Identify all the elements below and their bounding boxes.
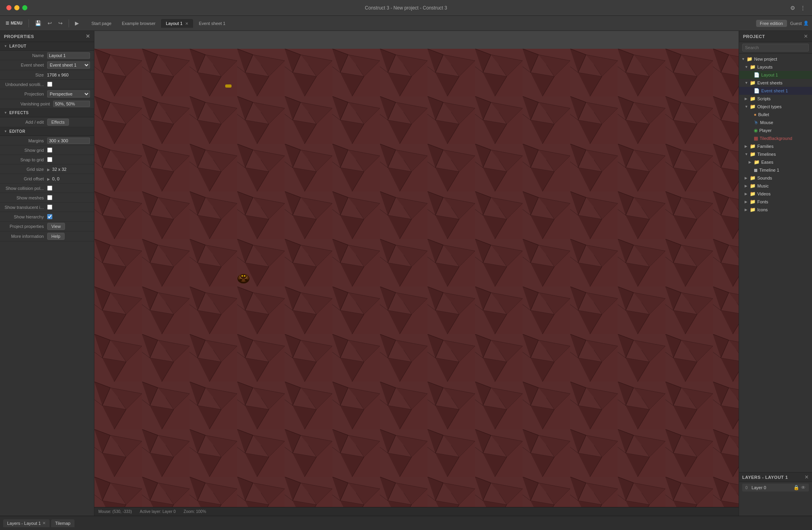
layers-content: 0 Layer 0 🔒 👁 — [739, 482, 812, 493]
folder-icon: 📁 — [750, 96, 756, 101]
vanishing-input[interactable] — [53, 101, 90, 107]
snap-to-grid-checkbox[interactable] — [47, 157, 52, 162]
tab-start-page[interactable]: Start page — [86, 19, 116, 28]
layer-visibility-icon[interactable]: 👁 — [801, 485, 806, 490]
tree-label: Fonts — [757, 199, 768, 204]
tree-item-event-sheet-1[interactable]: 📄 Event sheet 1 — [739, 87, 812, 95]
show-translucent-checkbox[interactable] — [47, 205, 52, 210]
tab-example-browser[interactable]: Example browser — [117, 19, 160, 28]
tree-item-videos[interactable]: ▶ 📁 Videos — [739, 190, 812, 198]
margins-input[interactable] — [47, 138, 90, 144]
show-collision-checkbox[interactable] — [47, 186, 52, 191]
project-close-button[interactable]: ✕ — [804, 33, 808, 39]
properties-close-button[interactable]: ✕ — [86, 33, 90, 39]
main-area: PROPERTIES ✕ ▼ LAYOUT Name Event sheet E… — [0, 31, 812, 516]
tab-layout-1[interactable]: Layout 1 ✕ — [161, 19, 193, 28]
prop-more-info: More information Help — [0, 232, 94, 241]
tree-arrow: ▼ — [745, 65, 749, 69]
guest-label: Guest — [790, 21, 802, 26]
tree-item-event-sheets[interactable]: ▼ 📁 Event sheets — [739, 79, 812, 87]
tree-arrow: ▶ — [745, 184, 749, 188]
tree-item-layouts[interactable]: ▼ 📁 Layouts — [739, 63, 812, 71]
tree-item-layout-1[interactable]: 📄 Layout 1 — [739, 71, 812, 79]
layer-name: Layer 0 — [752, 485, 766, 490]
tree-item-eases[interactable]: ▶ 📁 Eases — [739, 158, 812, 166]
traffic-light-yellow[interactable] — [14, 5, 19, 10]
traffic-light-green[interactable] — [22, 5, 27, 10]
save-button[interactable]: 💾 — [33, 19, 43, 27]
tree-item-new-project[interactable]: ▼ 📁 New project — [739, 55, 812, 63]
layer-row[interactable]: 0 Layer 0 🔒 👁 — [742, 484, 809, 492]
show-translucent-value — [47, 205, 90, 210]
help-button[interactable]: Help — [47, 233, 65, 240]
tree-item-timeline-1[interactable]: ◼ Timeline 1 — [739, 166, 812, 174]
project-tree: ▼ 📁 New project ▼ 📁 Layouts 📄 Layout 1 — [739, 54, 812, 472]
tree-item-mouse[interactable]: 🖱 Mouse — [739, 119, 812, 126]
tree-item-tiledbg[interactable]: ▦ TiledBackground — [739, 134, 812, 142]
bottom-tabs: Layers - Layout 1 ✕ Tilemap — [0, 516, 812, 530]
project-search-input[interactable] — [742, 44, 809, 52]
layer-icons: 🔒 👁 — [793, 485, 806, 490]
prop-effects: Add / edit Effects — [0, 117, 94, 127]
settings-icon[interactable]: ⚙ — [790, 5, 795, 11]
layout-viewport[interactable] — [94, 49, 739, 508]
unbounded-checkbox[interactable] — [47, 82, 52, 87]
tree-label: Scripts — [757, 96, 771, 101]
menu-button[interactable]: ☰ MENU — [3, 19, 25, 27]
show-hierarchy-value — [47, 214, 90, 219]
tree-item-bullet[interactable]: ● Bullet — [739, 111, 812, 119]
show-hierarchy-checkbox[interactable] — [47, 214, 52, 219]
active-layer-status: Active layer: Layer 0 — [140, 509, 176, 514]
player-sprite-svg — [235, 269, 252, 286]
name-value — [47, 52, 90, 59]
show-grid-checkbox[interactable] — [47, 147, 52, 153]
undo-button[interactable]: ↩ — [46, 19, 54, 27]
tree-item-scripts[interactable]: ▶ 📁 Scripts — [739, 95, 812, 103]
prop-show-meshes: Show meshes — [0, 193, 94, 203]
svg-point-20 — [241, 275, 243, 277]
player-sprite[interactable] — [235, 269, 252, 286]
tree-item-icons[interactable]: ▶ 📁 Icons — [739, 206, 812, 214]
bottom-tab-layers-close[interactable]: ✕ — [42, 521, 46, 525]
editor-section-header[interactable]: ▼ EDITOR — [0, 127, 94, 136]
ground-layer — [94, 49, 739, 508]
layer-lock-icon[interactable]: 🔒 — [793, 485, 799, 490]
tab-event-sheet-1[interactable]: Event sheet 1 — [194, 19, 230, 28]
tree-item-families[interactable]: ▶ 📁 Families — [739, 142, 812, 150]
tree-item-fonts[interactable]: ▶ 📁 Fonts — [739, 198, 812, 206]
properties-panel: PROPERTIES ✕ ▼ LAYOUT Name Event sheet E… — [0, 31, 94, 516]
projection-select[interactable]: Perspective — [47, 90, 90, 98]
tree-item-music[interactable]: ▶ 📁 Music — [739, 182, 812, 190]
traffic-light-red[interactable] — [6, 5, 11, 10]
tree-arrow: ▶ — [745, 97, 749, 101]
tree-item-sounds[interactable]: ▶ 📁 Sounds — [739, 174, 812, 182]
tiledbg-icon: ▦ — [754, 136, 758, 141]
guest-button[interactable]: Guest 👤 — [790, 21, 809, 26]
event-sheet-select[interactable]: Event sheet 1 — [47, 61, 90, 69]
name-input[interactable] — [47, 52, 90, 59]
name-label: Name — [4, 53, 47, 58]
prop-show-collision: Show collision pol... — [0, 184, 94, 193]
layers-close-button[interactable]: ✕ — [804, 474, 809, 480]
effects-button[interactable]: Effects — [47, 119, 69, 126]
effects-section-header[interactable]: ▼ EFFECTS — [0, 109, 94, 117]
bottom-tab-layers[interactable]: Layers - Layout 1 ✕ — [3, 519, 50, 527]
layout-section-header[interactable]: ▼ LAYOUT — [0, 42, 94, 51]
tab-layout-1-close[interactable]: ✕ — [185, 21, 188, 26]
bottom-tab-tilemap[interactable]: Tilemap — [51, 519, 75, 527]
show-collision-value — [47, 186, 90, 191]
tree-item-object-types[interactable]: ▼ 📁 Object types — [739, 103, 812, 111]
player-icon: ◉ — [754, 128, 758, 133]
view-button[interactable]: View — [47, 223, 65, 230]
grid-size-value: ▶ 32 x 32 — [47, 167, 90, 172]
redo-button[interactable]: ↪ — [56, 19, 65, 27]
canvas-area[interactable]: Mouse: (530, -333) Active layer: Layer 0… — [94, 31, 739, 516]
tree-item-timelines[interactable]: ▼ 📁 Timelines — [739, 150, 812, 158]
more-icon[interactable]: ⋮ — [800, 5, 806, 11]
project-panel: PROJECT ✕ ▼ 📁 New project ▼ 📁 Layouts — [739, 31, 812, 472]
folder-icon: 📁 — [747, 56, 753, 62]
free-edition-button[interactable]: Free edition — [756, 20, 787, 27]
show-meshes-checkbox[interactable] — [47, 195, 52, 200]
play-button[interactable]: ▶ — [73, 19, 81, 27]
tree-item-player[interactable]: ◉ Player — [739, 126, 812, 134]
